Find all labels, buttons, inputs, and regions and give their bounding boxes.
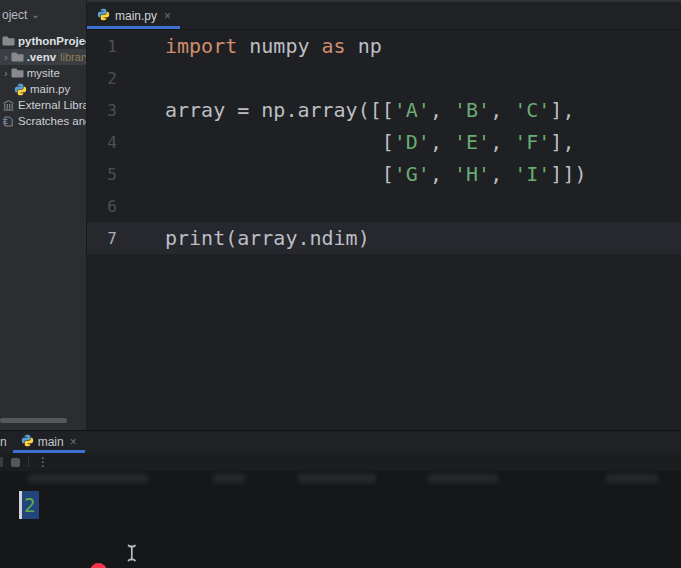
project-tree: pythonProjectC:\U›.venvlibrary ro›mysite… <box>0 30 87 430</box>
folder-icon <box>11 51 24 63</box>
tree-item-label: mysite <box>27 67 60 79</box>
line-number: 1 <box>87 37 131 56</box>
editor-line[interactable]: 1import numpy as np <box>87 30 681 62</box>
editor-line[interactable]: 7print(array.ndim) <box>87 222 681 254</box>
run-toolbar: ⋮ <box>0 453 681 471</box>
code-text: print(array.ndim) <box>165 222 370 254</box>
editor-line[interactable]: 4 ['D', 'E', 'F'], <box>87 126 681 158</box>
library-icon <box>2 99 15 112</box>
more-options-icon[interactable]: ⋮ <box>37 456 49 468</box>
editor-lines: 1import numpy as np23array = np.array([[… <box>87 30 681 254</box>
line-number: 5 <box>87 165 131 184</box>
editor-line[interactable]: 6 <box>87 190 681 222</box>
cropped-tool-label: n <box>0 435 7 449</box>
editor-tab-bar: main.py × <box>87 0 681 30</box>
project-selector[interactable]: oject ⌄ <box>0 0 87 30</box>
pycharm-window: oject ⌄ main.py × pythonProjectC:\U›.ven… <box>0 0 681 568</box>
active-tab-underline <box>87 26 180 29</box>
line-number: 6 <box>87 197 131 216</box>
console-output: 2 <box>20 494 35 516</box>
stop-icon[interactable] <box>11 458 20 467</box>
code-text: ['G', 'H', 'I']]) <box>165 158 586 190</box>
faded-output-artifact <box>298 474 376 483</box>
tree-item-label: main.py <box>30 83 70 95</box>
run-tab-bar: n main × <box>0 431 681 453</box>
output-selection: 2 <box>20 491 39 519</box>
sidebar-item-pythonProject[interactable]: pythonProjectC:\U <box>0 33 86 49</box>
sidebar-item-mysite[interactable]: ›mysite <box>0 65 86 81</box>
faded-output-artifact <box>213 474 245 483</box>
python-icon <box>21 434 34 450</box>
python-icon <box>14 83 27 96</box>
project-selector-label: oject <box>2 8 27 22</box>
tree-item-annotation: library ro <box>60 51 86 63</box>
cropped-icon <box>0 457 3 467</box>
code-text: import numpy as np <box>165 30 382 62</box>
tree-item-label: pythonProject <box>18 35 86 47</box>
top-bar: oject ⌄ main.py × <box>0 0 681 30</box>
close-icon[interactable]: × <box>164 9 171 23</box>
run-tab-label: main <box>38 435 64 449</box>
scratches-icon <box>2 115 15 128</box>
main-area: pythonProjectC:\U›.venvlibrary ro›mysite… <box>0 30 681 430</box>
horizontal-scrollbar[interactable] <box>0 418 67 423</box>
sidebar-item-main-py[interactable]: main.py <box>0 81 86 97</box>
active-tab-underline <box>13 450 85 453</box>
chevron-right-icon[interactable]: › <box>4 68 8 79</box>
line-number: 7 <box>87 229 131 248</box>
tree-item-label: Scratches and Con <box>18 115 86 127</box>
sidebar-item-scratches[interactable]: Scratches and Con <box>0 113 86 129</box>
line-number: 3 <box>87 101 131 120</box>
line-number: 4 <box>87 133 131 152</box>
tab-label: main.py <box>115 9 157 23</box>
text-caret <box>19 491 22 519</box>
code-text: array = np.array([['A', 'B', 'C'], <box>165 94 574 126</box>
editor-line[interactable]: 5 ['G', 'H', 'I']]) <box>87 158 681 190</box>
editor-line[interactable]: 2 <box>87 62 681 94</box>
tab-main-py[interactable]: main.py × <box>87 2 180 29</box>
editor-line[interactable]: 3array = np.array([['A', 'B', 'C'], <box>87 94 681 126</box>
tree-item-label: .venv <box>27 51 56 63</box>
toolbar-divider <box>28 457 29 467</box>
code-text: ['D', 'E', 'F'], <box>165 126 574 158</box>
close-icon[interactable]: × <box>70 435 77 449</box>
sidebar-item-external-libraries[interactable]: External Libraries <box>0 97 86 113</box>
folder-icon <box>2 35 15 47</box>
project-tree-rows: pythonProjectC:\U›.venvlibrary ro›mysite… <box>0 33 86 129</box>
tree-item-label: External Libraries <box>18 99 86 111</box>
faded-output-artifact <box>606 474 658 483</box>
sidebar-item-venv[interactable]: ›.venvlibrary ro <box>0 49 86 65</box>
python-icon <box>97 8 110 24</box>
run-console[interactable]: 2 <box>0 471 681 568</box>
ibeam-cursor <box>126 543 138 567</box>
run-tool-window: n main × ⋮ 2 <box>0 430 681 568</box>
faded-output-artifact <box>428 474 498 483</box>
chevron-right-icon[interactable]: › <box>4 52 8 63</box>
tab-run-main[interactable]: main × <box>13 431 85 453</box>
chevron-down-icon: ⌄ <box>31 10 39 20</box>
line-number: 2 <box>87 69 131 88</box>
folder-icon <box>11 67 24 79</box>
code-editor[interactable]: 1import numpy as np23array = np.array([[… <box>87 30 681 430</box>
faded-output-artifact <box>28 474 148 483</box>
